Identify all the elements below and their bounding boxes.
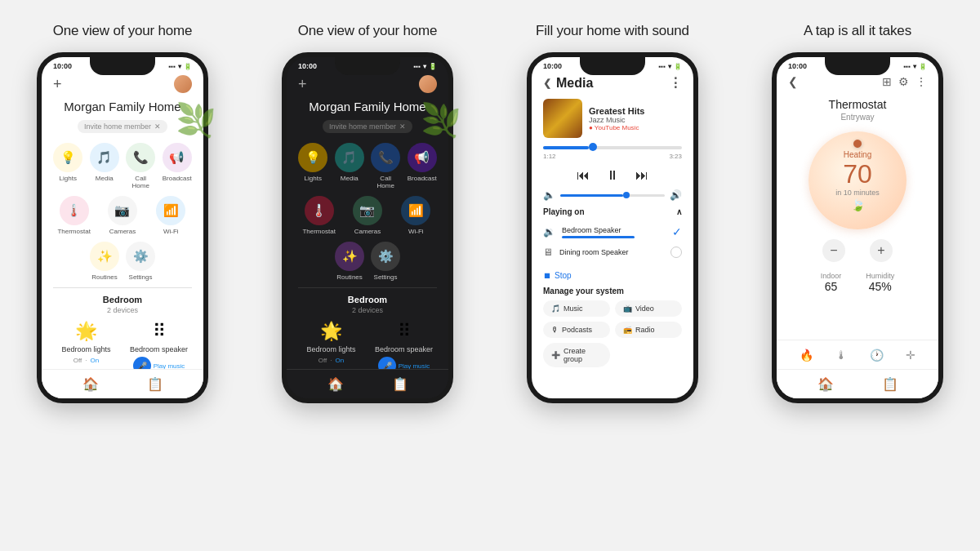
panel-4-title: A tap is all it takes [804, 23, 911, 39]
bedroom-speaker-icon-1: ⠿ [153, 321, 166, 342]
callhome-item-2[interactable]: 📞 Call Home [371, 143, 401, 189]
callhome-item-1[interactable]: 📞 Call Home [126, 143, 156, 189]
avatar-1[interactable] [174, 75, 192, 93]
invite-chip-1[interactable]: Invite home member ✕ [78, 120, 167, 133]
phone-4-screen: 10:00 ▪▪▪ ▾ 🔋 ❮ ⊞ ⚙ ⋮ Therm [777, 57, 938, 398]
next-icon[interactable]: ⏭ [635, 168, 648, 183]
stop-button[interactable]: ⏹ Stop [532, 269, 583, 282]
lights-item-2[interactable]: 💡 Lights [298, 143, 328, 189]
humidity-stat: Humidity 45% [866, 272, 894, 293]
speaker-2-item[interactable]: 🖥 Dining room Speaker [543, 242, 682, 262]
home-name-2: Morgan Family Home [298, 100, 437, 113]
media-item-1[interactable]: 🎵 Media [90, 143, 120, 189]
wifi-item-1[interactable]: 📶 Wi-Fi [150, 196, 192, 235]
thermostat-item-2[interactable]: 🌡️ Thermostat [298, 196, 340, 235]
avatar-2[interactable] [419, 75, 437, 93]
wifi-label-2: Wi-Fi [408, 228, 424, 235]
broadcast-icon-2: 📢 [408, 143, 437, 172]
bedroom-speaker-card-2[interactable]: ⠿ Bedroom speaker 🎤 Play music [371, 321, 437, 375]
routines-item-1[interactable]: ✨ Routines [90, 242, 119, 281]
panel-1-title: One view of your home [53, 23, 193, 39]
bedroom-lights-card-2[interactable]: 🌟 Bedroom lights Off · On [298, 321, 364, 375]
broadcast-item-1[interactable]: 📢 Broadcast [163, 143, 193, 189]
invite-close-1[interactable]: ✕ [154, 122, 161, 131]
routines-icon-1: ✨ [90, 242, 119, 271]
lights-icon-1: 💡 [53, 143, 82, 172]
gear-icon[interactable]: ⚙ [898, 75, 909, 88]
icon-grid-row1-1: 💡 Lights 🎵 Media 📞 Call Home [53, 143, 192, 189]
progress-bar[interactable] [543, 146, 682, 149]
video-label: Video [635, 304, 654, 313]
create-group-btn[interactable]: ➕ Create group [543, 343, 610, 367]
podcasts-btn[interactable]: 🎙 Podcasts [543, 322, 610, 338]
decrease-button[interactable]: − [822, 239, 845, 262]
volume-bar[interactable] [560, 194, 665, 197]
add-button-2[interactable]: + [298, 76, 307, 93]
increase-button[interactable]: + [870, 239, 893, 262]
bedroom-speaker-icon-2: ⠿ [398, 321, 411, 342]
prev-icon[interactable]: ⏮ [577, 168, 590, 183]
add-button-1[interactable]: + [53, 76, 62, 93]
bedroom-sub-2: 2 devices [298, 306, 437, 314]
bedroom-speaker-card-1[interactable]: ⠿ Bedroom speaker 🎤 Play music [126, 321, 192, 375]
pages-bottom-4[interactable]: 📋 [882, 376, 898, 392]
radio-icon: 📻 [623, 326, 632, 334]
routines-item-2[interactable]: ✨ Routines [335, 242, 364, 281]
invite-chip-2[interactable]: Invite home member ✕ [323, 120, 412, 133]
thermo-knob [852, 138, 863, 149]
temp-icon[interactable]: 🌡 [835, 349, 847, 362]
schedule-icon[interactable]: 🕐 [870, 349, 884, 362]
pages-bottom-2[interactable]: 📋 [392, 376, 408, 392]
bottom-bar-1: 🏠 📋 [42, 369, 203, 398]
home-bottom-2[interactable]: 🏠 [327, 376, 344, 392]
pause-icon[interactable]: ⏸ [606, 168, 619, 183]
grid-icon[interactable]: ⊞ [882, 75, 892, 88]
phone-4: 10:00 ▪▪▪ ▾ 🔋 ❮ ⊞ ⚙ ⋮ Therm [772, 52, 943, 403]
cameras-item-2[interactable]: 📷 Cameras [346, 196, 388, 235]
invite-close-2[interactable]: ✕ [399, 122, 406, 131]
broadcast-item-2[interactable]: 📢 Broadcast [408, 143, 438, 189]
cameras-item-1[interactable]: 📷 Cameras [101, 196, 143, 235]
progress-fill [543, 146, 589, 149]
back-icon[interactable]: ❮ [788, 75, 798, 88]
wifi-icon-1: ▾ [178, 63, 181, 70]
media-more-icon[interactable]: ⋮ [669, 75, 682, 91]
thermo-status: Heating [844, 150, 871, 159]
panel-3-title: Fill your home with sound [536, 23, 689, 39]
thermostat-circle[interactable]: Heating 70 in 10 minutes 🍃 [808, 131, 906, 229]
bedroom-title-1: Bedroom [53, 295, 192, 304]
speaker-2-unselected [670, 247, 682, 258]
bedroom-lights-card-1[interactable]: 🌟 Bedroom lights Off · On [53, 321, 119, 375]
song-source: ● YouTube Music [589, 124, 682, 131]
battery-icon-3: 🔋 [674, 63, 682, 70]
playing-on-header: Playing on ∧ [543, 207, 682, 216]
video-btn[interactable]: 📺 Video [615, 300, 682, 317]
pages-bottom-1[interactable]: 📋 [147, 376, 163, 392]
callhome-label-2: Call Home [371, 175, 401, 189]
more-icon[interactable]: ⋮ [915, 75, 927, 88]
speaker-1-item[interactable]: 🔉 Bedroom Speaker ✓ [543, 221, 682, 242]
music-btn[interactable]: 🎵 Music [543, 300, 610, 317]
fan-icon[interactable]: ✛ [906, 349, 915, 362]
wifi-item-2[interactable]: 📶 Wi-Fi [395, 196, 437, 235]
bedroom-lights-status-1: Off · On [74, 357, 99, 364]
settings-item-1[interactable]: ⚙️ Settings [126, 242, 155, 281]
settings-label-2: Settings [374, 273, 398, 281]
home-bottom-4[interactable]: 🏠 [817, 376, 834, 392]
radio-label: Radio [635, 326, 655, 334]
panel-3: Fill your home with sound 10:00 ▪▪▪ ▾ 🔋 … [490, 0, 735, 551]
wifi-icon-item-2: 📶 [401, 196, 430, 225]
media-item-2[interactable]: 🎵 Media [335, 143, 365, 189]
home-bottom-1[interactable]: 🏠 [82, 376, 99, 392]
settings-item-2[interactable]: ⚙️ Settings [371, 242, 400, 281]
media-back-icon[interactable]: ❮ [543, 78, 551, 89]
cameras-icon-2: 📷 [353, 196, 382, 225]
flame-icon[interactable]: 🔥 [800, 349, 813, 362]
collapse-icon[interactable]: ∧ [676, 207, 682, 216]
radio-btn[interactable]: 📻 Radio [615, 322, 682, 338]
routines-icon-2: ✨ [335, 242, 364, 271]
lights-item-1[interactable]: 💡 Lights [53, 143, 83, 189]
thermostat-item-1[interactable]: 🌡️ Thermostat [53, 196, 95, 235]
showcase-container: One view of your home 10:00 ▪▪▪ ▾ 🔋 [0, 0, 980, 551]
media-header: ❮ Media ⋮ [532, 72, 693, 94]
